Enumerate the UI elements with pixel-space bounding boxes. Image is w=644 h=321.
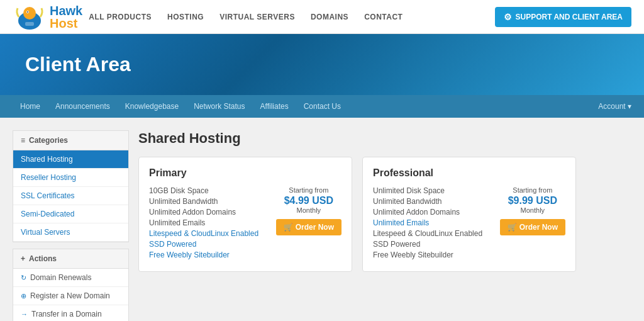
sidebar-item-reseller-hosting[interactable]: Reseller Hosting [13, 169, 128, 187]
hero-title: Client Area [25, 53, 131, 76]
cart-icon-pro: 🛒 [508, 223, 517, 232]
top-navigation: HawkHost All Products Hosting Virtual Se… [0, 0, 644, 34]
period-professional: Monthly [521, 206, 545, 214]
secnav-announcements[interactable]: Announcements [48, 95, 118, 118]
sidebar-item-register-domain[interactable]: ⊕ Register a New Domain [13, 287, 128, 305]
sidebar-item-domain-renewals[interactable]: ↻ Domain Renewals [13, 269, 128, 287]
page-title: Shared Hosting [138, 130, 631, 147]
order-now-professional-button[interactable]: 🛒 Order Now [500, 219, 565, 235]
feature-litespeed: Litespeed & CloudLinux Enabled [149, 229, 266, 238]
plan-details-primary: 10GB Disk Space Unlimited Bandwidth Unli… [149, 186, 341, 261]
plan-features-primary: 10GB Disk Space Unlimited Bandwidth Unli… [149, 186, 266, 261]
hawk-host-logo-icon [13, 3, 47, 31]
hero-banner: Client Area [0, 34, 644, 95]
categories-section: ≡ Categories Shared Hosting Reseller Hos… [13, 130, 129, 242]
secnav-affiliates[interactable]: Affiliates [253, 95, 296, 118]
support-client-area-button[interactable]: ⚙ Support and Client Area [495, 7, 631, 27]
main-content: ≡ Categories Shared Hosting Reseller Hos… [0, 118, 644, 321]
plan-details-professional: Unlimited Disk Space Unlimited Bandwidth… [373, 186, 565, 261]
price-professional: $9.99 USD [508, 195, 557, 206]
sidebar-item-shared-hosting[interactable]: Shared Hosting [13, 150, 128, 169]
feature-bandwidth-pro: Unlimited Bandwidth [373, 197, 490, 206]
transfer-icon: → [21, 310, 28, 318]
logo[interactable]: HawkHost [13, 3, 82, 31]
sidebar-item-semi-dedicated[interactable]: Semi-Dedicated [13, 205, 128, 223]
feature-emails: Unlimited Emails [149, 218, 266, 227]
plan-features-professional: Unlimited Disk Space Unlimited Bandwidth… [373, 186, 490, 261]
feature-disk-space: 10GB Disk Space [149, 186, 266, 195]
categories-header: ≡ Categories [13, 131, 128, 150]
main-navigation: All Products Hosting Virtual Servers Dom… [82, 9, 494, 25]
order-now-primary-button[interactable]: 🛒 Order Now [276, 219, 341, 235]
plan-card-primary: Primary 10GB Disk Space Unlimited Bandwi… [138, 157, 352, 272]
secnav-network-status[interactable]: Network Status [186, 95, 252, 118]
plan-pricing-primary: Starting from $4.99 USD Monthly 🛒 Order … [276, 186, 341, 261]
svg-point-3 [27, 11, 28, 13]
feature-addon-domains-pro: Unlimited Addon Domains [373, 208, 490, 217]
sidebar-item-virtual-servers[interactable]: Virtual Servers [13, 223, 128, 242]
plan-name-primary: Primary [149, 167, 341, 179]
feature-disk-space-pro: Unlimited Disk Space [373, 186, 490, 195]
plan-pricing-professional: Starting from $9.99 USD Monthly 🛒 Order … [500, 186, 565, 261]
cart-icon: 🛒 [284, 223, 293, 232]
feature-sitebuilder-pro: Free Weebly Sitebuilder [373, 251, 490, 259]
secnav-contact-us[interactable]: Contact Us [296, 95, 348, 118]
globe-icon: ⊕ [21, 292, 26, 300]
nav-hosting[interactable]: Hosting [161, 9, 210, 25]
svg-rect-4 [25, 22, 34, 26]
feature-emails-pro: Unlimited Emails [373, 218, 490, 227]
secnav-knowledgebase[interactable]: Knowledgebase [118, 95, 186, 118]
secnav-home[interactable]: Home [13, 95, 48, 118]
svg-point-1 [23, 7, 36, 20]
sidebar: ≡ Categories Shared Hosting Reseller Hos… [13, 130, 129, 321]
nav-virtual-servers[interactable]: Virtual Servers [213, 9, 301, 25]
feature-ssd-pro: SSD Powered [373, 240, 490, 249]
sidebar-item-ssl-certificates[interactable]: SSL Certificates [13, 187, 128, 205]
price-primary: $4.99 USD [284, 195, 333, 206]
feature-bandwidth: Unlimited Bandwidth [149, 197, 266, 206]
starting-from-label-pro: Starting from [513, 186, 552, 194]
feature-sitebuilder: Free Weebly Sitebuilder [149, 251, 266, 259]
logo-text: HawkHost [50, 4, 82, 30]
plan-name-professional: Professional [373, 167, 565, 179]
period-primary: Monthly [297, 206, 321, 214]
feature-litespeed-pro: Litespeed & CloudLinux Enabled [373, 229, 490, 238]
list-icon: ≡ [21, 136, 25, 145]
nav-all-products[interactable]: All Products [82, 9, 158, 25]
account-dropdown[interactable]: Account ▾ [598, 102, 631, 111]
plus-icon: + [21, 254, 25, 263]
feature-ssd: SSD Powered [149, 240, 266, 249]
refresh-icon: ↻ [21, 274, 26, 282]
plan-card-professional: Professional Unlimited Disk Space Unlimi… [362, 157, 576, 272]
actions-header: + Actions [13, 249, 128, 269]
hosting-plans: Primary 10GB Disk Space Unlimited Bandwi… [138, 157, 631, 272]
feature-addon-domains: Unlimited Addon Domains [149, 208, 266, 217]
nav-contact[interactable]: Contact [358, 9, 409, 25]
nav-domains[interactable]: Domains [304, 9, 355, 25]
actions-section: + Actions ↻ Domain Renewals ⊕ Register a… [13, 249, 129, 321]
content-area: Shared Hosting Primary 10GB Disk Space U… [138, 130, 631, 321]
gear-icon: ⚙ [504, 12, 512, 22]
secondary-navigation: Home Announcements Knowledgebase Network… [0, 95, 644, 118]
starting-from-label: Starting from [289, 186, 328, 194]
sidebar-item-transfer-domain[interactable]: → Transfer in a Domain [13, 305, 128, 321]
